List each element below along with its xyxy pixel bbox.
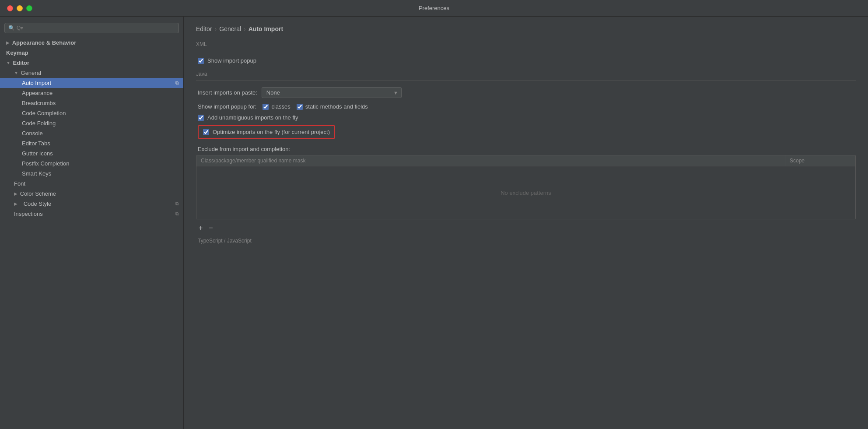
- window-title: Preferences: [419, 5, 449, 11]
- sidebar-label: Code Completion: [22, 110, 66, 116]
- sidebar-label: Auto Import: [22, 80, 51, 86]
- chevron-icon: ▼: [14, 70, 18, 75]
- classes-checkbox-group: classes: [262, 103, 290, 110]
- title-bar: Preferences: [0, 0, 868, 17]
- xml-show-import-checkbox[interactable]: [198, 58, 204, 64]
- xml-show-import-label[interactable]: Show import popup: [207, 57, 256, 64]
- exclude-table: Class/package/member qualified name mask…: [196, 155, 856, 219]
- copy-icon: ⧉: [175, 80, 179, 86]
- sidebar-label: Breadcrumbs: [22, 100, 56, 106]
- sidebar-item-font[interactable]: Font: [0, 179, 183, 189]
- sidebar-label: Font: [14, 180, 25, 187]
- exclude-section: Exclude from import and completion: Clas…: [196, 146, 856, 233]
- preferences-window: Preferences 🔍 ▶ Appearance & Behavior Ke…: [0, 0, 868, 429]
- breadcrumb-editor: Editor: [196, 25, 212, 32]
- java-section-label: Java: [196, 71, 856, 77]
- minimize-button[interactable]: [17, 5, 23, 11]
- sidebar-label: Appearance: [22, 90, 52, 96]
- sidebar-label: Editor Tabs: [22, 140, 50, 147]
- chevron-icon: ▼: [6, 60, 10, 65]
- sidebar-label: Smart Keys: [22, 170, 51, 177]
- sidebar-label: Inspections: [14, 211, 43, 217]
- copy-icon: ⧉: [175, 211, 179, 217]
- insert-imports-select[interactable]: None Ask All: [262, 87, 402, 98]
- sidebar-item-keymap[interactable]: Keymap: [0, 48, 183, 58]
- traffic-lights: [7, 5, 32, 11]
- breadcrumb-sep1: ›: [215, 25, 217, 32]
- sidebar-item-code-style[interactable]: ▶ Code Style ⧉: [0, 199, 183, 209]
- optimize-checkbox[interactable]: [203, 129, 209, 135]
- copy-icon: ⧉: [175, 201, 179, 207]
- xml-divider: [196, 51, 856, 51]
- search-input[interactable]: [17, 25, 175, 31]
- xml-show-import-popup-row: Show import popup: [196, 57, 856, 64]
- table-header: Class/package/member qualified name mask…: [196, 155, 855, 166]
- maximize-button[interactable]: [26, 5, 32, 11]
- no-patterns-label: No exclude patterns: [500, 190, 551, 196]
- chevron-icon: ▶: [6, 40, 10, 45]
- search-wrapper[interactable]: 🔍: [4, 23, 179, 33]
- col-scope-header: Scope: [785, 155, 855, 166]
- sidebar-item-gutter-icons[interactable]: Gutter Icons: [0, 148, 183, 158]
- sidebar-item-editor[interactable]: ▼ Editor: [0, 58, 183, 68]
- insert-imports-select-wrapper: None Ask All ▼: [262, 87, 402, 98]
- java-section: Java Insert imports on paste: None Ask A…: [196, 71, 856, 139]
- sidebar-label: Color Scheme: [20, 190, 56, 197]
- table-actions: + −: [196, 223, 856, 233]
- sidebar-item-appearance[interactable]: Appearance: [0, 88, 183, 98]
- java-divider: [196, 81, 856, 81]
- sidebar-label: Postfix Completion: [22, 160, 69, 167]
- breadcrumb-general: General: [219, 25, 241, 32]
- exclude-label: Exclude from import and completion:: [196, 146, 856, 152]
- sidebar-item-smart-keys[interactable]: Smart Keys: [0, 169, 183, 179]
- sidebar-item-code-completion[interactable]: Code Completion: [0, 108, 183, 118]
- chevron-icon: ▶: [14, 191, 18, 196]
- typescript-section-label: TypeScript / JavaScript: [196, 238, 856, 244]
- sidebar-item-console[interactable]: Console: [0, 128, 183, 138]
- search-icon: 🔍: [8, 25, 15, 31]
- sidebar-label: Code Style: [24, 200, 52, 207]
- show-popup-for-label: Show import popup for:: [198, 103, 256, 110]
- static-methods-checkbox[interactable]: [297, 104, 303, 110]
- breadcrumb-auto-import: Auto Import: [248, 25, 283, 32]
- sidebar-label: Code Folding: [22, 120, 56, 127]
- breadcrumb: Editor › General › Auto Import: [196, 25, 856, 32]
- sidebar-item-code-folding[interactable]: Code Folding: [0, 118, 183, 128]
- close-button[interactable]: [7, 5, 13, 11]
- static-methods-checkbox-group: static methods and fields: [297, 103, 368, 110]
- optimize-imports-row: Optimize imports on the fly (for current…: [196, 125, 856, 139]
- table-body: No exclude patterns: [196, 166, 855, 219]
- optimize-label[interactable]: Optimize imports on the fly (for current…: [213, 129, 330, 135]
- breadcrumb-sep2: ›: [244, 25, 246, 32]
- insert-imports-row: Insert imports on paste: None Ask All ▼: [196, 87, 856, 98]
- xml-section: XML Show import popup: [196, 41, 856, 64]
- classes-label[interactable]: classes: [271, 103, 290, 110]
- sidebar-item-editor-tabs[interactable]: Editor Tabs: [0, 138, 183, 148]
- sidebar-label: Console: [22, 130, 43, 137]
- remove-pattern-button[interactable]: −: [206, 224, 215, 232]
- sidebar-label: Gutter Icons: [22, 150, 53, 157]
- sidebar-item-breadcrumbs[interactable]: Breadcrumbs: [0, 98, 183, 108]
- sidebar-item-color-scheme[interactable]: ▶ Color Scheme: [0, 189, 183, 199]
- sidebar-label: General: [21, 70, 41, 76]
- add-unambiguous-label[interactable]: Add unambiguous imports on the fly: [207, 114, 298, 121]
- sidebar-item-general[interactable]: ▼ General: [0, 68, 183, 78]
- chevron-icon: ▶: [14, 201, 18, 206]
- classes-checkbox[interactable]: [262, 104, 269, 110]
- sidebar-label: Editor: [13, 60, 30, 66]
- search-bar: 🔍: [0, 20, 183, 38]
- sidebar: 🔍 ▶ Appearance & Behavior Keymap ▼ Edito…: [0, 17, 184, 429]
- col-name-header: Class/package/member qualified name mask: [196, 155, 785, 166]
- optimize-highlight-box: Optimize imports on the fly (for current…: [198, 125, 335, 139]
- sidebar-item-auto-import[interactable]: Auto Import ⧉: [0, 78, 183, 88]
- static-methods-label[interactable]: static methods and fields: [305, 103, 368, 110]
- sidebar-item-postfix-completion[interactable]: Postfix Completion: [0, 158, 183, 169]
- add-unambiguous-row: Add unambiguous imports on the fly: [196, 114, 856, 121]
- add-pattern-button[interactable]: +: [196, 224, 205, 232]
- add-unambiguous-checkbox[interactable]: [198, 115, 204, 121]
- insert-imports-label: Insert imports on paste:: [198, 89, 257, 96]
- sidebar-item-inspections[interactable]: Inspections ⧉: [0, 209, 183, 219]
- show-popup-for-row: Show import popup for: classes static me…: [196, 103, 856, 110]
- sidebar-item-appearance-behavior[interactable]: ▶ Appearance & Behavior: [0, 38, 183, 48]
- sidebar-label: Appearance & Behavior: [12, 39, 77, 46]
